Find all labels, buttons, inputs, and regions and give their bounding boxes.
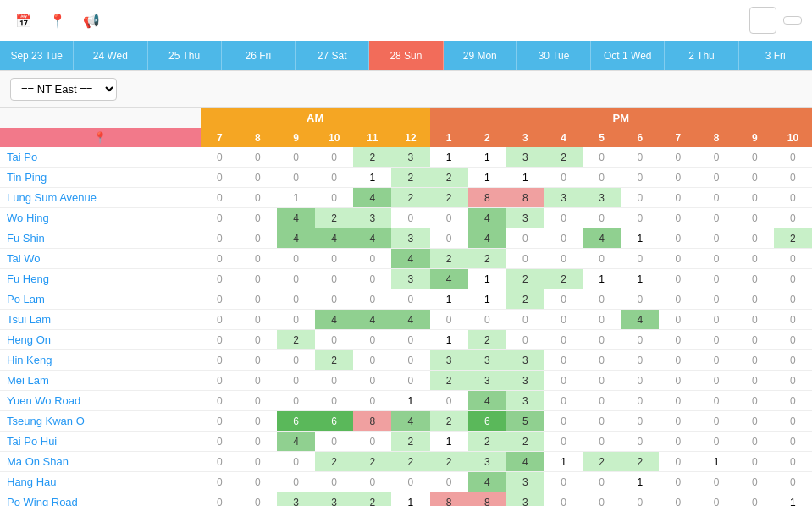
count-cell: 0 — [774, 452, 812, 472]
count-cell: 0 — [736, 472, 774, 492]
count-cell: 0 — [583, 391, 621, 411]
date-tab[interactable]: 24 Wed — [74, 41, 147, 70]
count-cell: 0 — [277, 310, 315, 330]
date-tab[interactable]: 28 Sun — [369, 41, 443, 70]
count-cell: 0 — [659, 492, 697, 507]
count-cell: 4 — [391, 310, 429, 330]
language-button[interactable] — [783, 16, 802, 25]
count-cell: 0 — [583, 289, 621, 310]
station-name[interactable]: Hin Keng — [0, 350, 201, 371]
location-icon[interactable]: 📍 — [44, 7, 71, 34]
count-cell: 1 — [468, 289, 506, 310]
count-cell: 0 — [201, 249, 239, 269]
count-cell: 0 — [544, 168, 583, 188]
count-cell: 0 — [544, 350, 583, 371]
date-tab[interactable]: 3 Fri — [739, 41, 812, 70]
calendar-icon[interactable]: 📅 — [10, 7, 37, 34]
count-cell: 0 — [239, 452, 277, 472]
station-name[interactable]: Hang Hau — [0, 472, 201, 492]
station-name[interactable]: Tin Ping — [0, 168, 201, 188]
count-cell: 0 — [353, 269, 391, 289]
date-navigation: Sep 23 Tue24 Wed25 Thu26 Fri27 Sat28 Sun… — [0, 41, 812, 71]
region-filter[interactable]: == NT East ==== NT West ==HK IslandKowlo… — [10, 78, 117, 101]
count-cell: 0 — [698, 492, 736, 507]
count-cell: 0 — [239, 168, 277, 188]
count-cell: 2 — [315, 452, 353, 472]
station-name[interactable]: Po Wing Road — [0, 492, 201, 507]
count-cell: 6 — [277, 411, 315, 432]
count-cell: 0 — [315, 188, 353, 208]
count-cell: 0 — [239, 228, 277, 249]
refresh-button[interactable] — [749, 7, 776, 34]
count-cell: 0 — [544, 492, 583, 507]
count-cell: 0 — [698, 371, 736, 391]
count-cell: 0 — [239, 269, 277, 289]
station-name[interactable]: Lung Sum Avenue — [0, 188, 201, 208]
count-cell: 0 — [353, 432, 391, 452]
count-cell: 3 — [430, 350, 468, 371]
count-cell: 0 — [774, 168, 812, 188]
count-cell: 0 — [659, 289, 697, 310]
date-tab[interactable]: 25 Thu — [148, 41, 222, 70]
toolbar-right — [749, 7, 802, 34]
station-name[interactable]: Tai Po — [0, 147, 201, 168]
count-cell: 1 — [430, 147, 468, 168]
count-cell: 0 — [391, 371, 429, 391]
count-cell: 2 — [621, 452, 659, 472]
count-cell: 0 — [353, 249, 391, 269]
table-row: Hin Keng0002003330000000 — [0, 350, 812, 371]
count-cell: 0 — [736, 269, 774, 289]
station-name[interactable]: Yuen Wo Road — [0, 391, 201, 411]
am-hour-cell: 11 — [353, 128, 391, 147]
count-cell: 0 — [736, 310, 774, 330]
count-cell: 0 — [544, 330, 583, 350]
station-name[interactable]: Tai Po Hui — [0, 432, 201, 452]
station-name[interactable]: Fu Shin — [0, 228, 201, 249]
count-cell: 0 — [239, 492, 277, 507]
pm-header: PM — [430, 108, 812, 128]
station-name[interactable]: Ma On Shan — [0, 452, 201, 472]
count-cell: 0 — [277, 472, 315, 492]
count-cell: 3 — [353, 208, 391, 228]
count-cell: 0 — [277, 289, 315, 310]
date-tab[interactable]: 29 Mon — [444, 41, 517, 70]
count-cell: 1 — [621, 228, 659, 249]
count-cell: 0 — [736, 492, 774, 507]
count-cell: 0 — [277, 391, 315, 411]
count-cell: 0 — [736, 249, 774, 269]
station-name[interactable]: Tai Wo — [0, 249, 201, 269]
station-name[interactable]: Tsui Lam — [0, 310, 201, 330]
station-name[interactable]: Tseung Kwan O — [0, 411, 201, 432]
count-cell: 1 — [430, 432, 468, 452]
count-cell: 0 — [239, 249, 277, 269]
count-cell: 0 — [583, 432, 621, 452]
date-tab[interactable]: 27 Sat — [296, 41, 369, 70]
count-cell: 0 — [430, 391, 468, 411]
date-tab[interactable]: Sep 23 Tue — [0, 41, 74, 70]
megaphone-icon[interactable]: 📢 — [78, 7, 105, 34]
count-cell: 0 — [315, 168, 353, 188]
count-cell: 0 — [698, 249, 736, 269]
count-cell: 0 — [698, 289, 736, 310]
station-name[interactable]: Fu Heng — [0, 269, 201, 289]
count-cell: 0 — [239, 310, 277, 330]
count-cell: 3 — [544, 188, 583, 208]
date-tab[interactable]: 30 Tue — [517, 41, 591, 70]
count-cell: 0 — [430, 208, 468, 228]
count-cell: 0 — [239, 411, 277, 432]
am-hour-cell: 8 — [239, 128, 277, 147]
date-tab[interactable]: Oct 1 Wed — [591, 41, 665, 70]
station-name[interactable]: Wo Hing — [0, 208, 201, 228]
station-name[interactable]: Heng On — [0, 330, 201, 350]
date-tab[interactable]: 2 Thu — [665, 41, 738, 70]
count-cell: 1 — [391, 391, 429, 411]
count-cell: 0 — [544, 411, 583, 432]
count-cell: 0 — [659, 310, 697, 330]
station-name[interactable]: Po Lam — [0, 289, 201, 310]
count-cell: 0 — [239, 391, 277, 411]
count-cell: 3 — [315, 492, 353, 507]
date-tab[interactable]: 26 Fri — [222, 41, 296, 70]
count-cell: 1 — [774, 492, 812, 507]
count-cell: 8 — [506, 188, 544, 208]
station-name[interactable]: Mei Lam — [0, 371, 201, 391]
